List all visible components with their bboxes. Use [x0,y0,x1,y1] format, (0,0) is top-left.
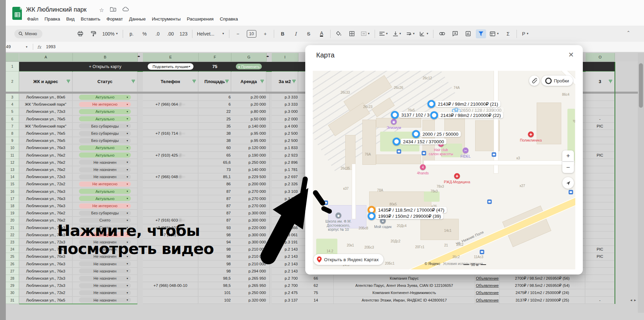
cell-status[interactable]: Актуально▼ [73,108,137,115]
status-dropdown-icon[interactable]: ▼ [126,190,129,192]
cell-area[interactable]: 102 [199,297,234,304]
cell-phone[interactable] [143,123,198,130]
cell-per-m2[interactable]: р.2 000 [272,116,301,123]
row-header-12[interactable]: 12 [6,159,19,166]
table-views-button[interactable]: ▼ [489,29,500,38]
map-pin[interactable] [393,138,401,146]
collapse-toolbar-icon[interactable]: ⌃ [627,30,630,35]
insert-chart-button[interactable] [463,29,473,38]
status-dropdown-icon[interactable]: ▼ [126,125,129,127]
status-dropdown-icon[interactable]: ▼ [126,277,129,280]
search-menus-button[interactable]: Меню [14,29,42,38]
redo-button[interactable] [62,29,72,38]
cell-phone[interactable]: +7 (966) 064-2··· [143,101,198,108]
cell-address[interactable]: Люблинская ул., 76к2 [19,166,72,173]
pic-link[interactable]: PIC [596,153,603,157]
bus-stop-icon[interactable] [422,151,426,156]
cell-phone[interactable] [143,275,198,282]
column-header-E[interactable]: E [143,53,199,62]
poi-icon[interactable]: 4 [420,164,426,170]
cell-per-m2[interactable]: р.1 833 [272,144,301,151]
cell-address[interactable]: Люблинская ул., 76к3 [19,202,72,210]
format-percent-button[interactable]: % [139,29,150,38]
row-header-26[interactable]: 26 [6,261,19,268]
cell-phone[interactable] [143,297,198,304]
cell-per-m2[interactable]: р.4 000 [272,123,301,130]
bus-stop-icon[interactable] [569,190,573,195]
cell-days[interactable]: 75 [298,289,334,296]
cell-status[interactable]: Не назначен▼ [73,289,137,296]
cell-status[interactable]: Не назначен▼ [73,268,137,275]
cell-address[interactable]: Люблинская ул., 76к3 [19,144,72,151]
open-map-button[interactable]: + Открыть карту [73,62,137,71]
cell-rent[interactable]: р.20 000 [231,101,270,108]
cell-phone[interactable] [143,94,198,101]
row-header-23[interactable]: 23 [6,239,19,246]
status-dropdown-icon[interactable]: ▼ [126,147,129,149]
cell-agency[interactable]: Агентство Этажи, Имран, ЯНДЕКС ID 442800… [334,297,475,304]
status-pill[interactable]: Актуально▼ [79,196,131,201]
cell-rent[interactable]: р.140 000 [231,123,270,130]
row-header-21[interactable]: 21 [6,224,19,231]
cell-rent[interactable]: р.320 000 [231,297,270,304]
header-3[interactable]: 3 [586,71,615,92]
map-pin[interactable] [391,111,399,119]
menu-Правка[interactable]: Правка [41,15,63,23]
cell-address[interactable]: Люблинская ул., 76к3 [19,188,72,195]
column-header-B[interactable]: B [73,53,138,62]
cell-agency[interactable]: Компания Континент-Недвижимость [334,289,475,296]
column-header-F[interactable]: F [199,53,231,62]
text-wrap-button[interactable]: ▼ [405,29,416,38]
row-header-3[interactable]: 3 [6,94,19,101]
bus-stop-icon[interactable] [487,200,492,204]
print-button[interactable] [75,29,85,38]
highlight-best-select[interactable]: Подсветить лучшие▼ [148,63,193,70]
cell-status[interactable]: Не интересно▼ [73,101,137,108]
status-pill[interactable]: Не назначен▼ [79,276,131,281]
bus-stop-icon[interactable] [397,149,401,154]
row-header-28[interactable]: 28 [6,275,19,282]
cell-pic[interactable] [586,101,615,108]
cell-phone[interactable] [143,144,198,151]
pic-link[interactable]: PIC [596,247,603,251]
status-dropdown-icon[interactable]: ▼ [126,169,129,171]
italic-button[interactable]: I [291,29,301,38]
row-header-10[interactable]: 10 [6,144,19,151]
row-header-17[interactable]: 17 [6,195,19,202]
cell-status[interactable]: Не назначен▼ [73,297,137,304]
cell-pic[interactable]: PIC [586,246,615,253]
cell-rent[interactable]: р.20 000 [231,94,270,101]
cell-address[interactable]: ЖК "Люблинский парк" [19,101,72,108]
header-Аренда[interactable]: Аренда [231,71,266,92]
cell-pic[interactable] [586,188,615,195]
cell-per-m2[interactable]: р.3 137 [272,297,301,304]
column-header-O[interactable]: O [586,53,615,62]
poi-icon[interactable]: ✂ [463,148,469,154]
formula-value[interactable]: 1993 [46,44,56,49]
menu-Файл[interactable]: Файл [24,15,41,23]
name-box-caret-icon[interactable]: ▼ [25,45,28,49]
cell-address[interactable]: Люблинская ул., 76к2 [19,210,72,217]
row-header-19[interactable]: 19 [6,210,19,217]
ad-link[interactable]: Объявление [476,276,499,280]
status-dropdown-icon[interactable]: ▼ [126,197,129,200]
close-icon[interactable]: ✕ [568,51,574,59]
cell-area[interactable]: 98,5 [199,275,234,282]
cell-area[interactable]: 98,5 [199,282,234,289]
cell-ad-link[interactable]: Объявление [475,275,500,282]
cell-rent[interactable]: р.95 000 [231,137,270,144]
ruler-button[interactable] [529,76,539,86]
map-pin[interactable] [430,111,438,119]
map-pin-label[interactable]: 2143₽ / 98m2 / 210000₽ (22) [438,112,503,118]
row-header-9[interactable]: 9 [6,137,19,144]
paint-format-button[interactable] [88,29,98,38]
font-size-input[interactable]: 10 [246,29,257,38]
cell-status[interactable]: Не назначен▼ [73,282,137,289]
cell-summary[interactable]: 2475₽ / 101m2 / 250000₽ (24) [500,289,585,296]
status-dropdown-icon[interactable]: ▼ [126,183,129,185]
header-За м2[interactable]: За м2 [272,71,298,92]
map-pin-label[interactable]: 1435₽ / 118.5m2 / 170000₽ (47) [376,207,447,213]
poi-icon[interactable]: ✚ [454,173,460,179]
bus-stop-icon[interactable] [492,152,496,157]
cell-status[interactable]: Не интересно▼ [73,181,137,188]
